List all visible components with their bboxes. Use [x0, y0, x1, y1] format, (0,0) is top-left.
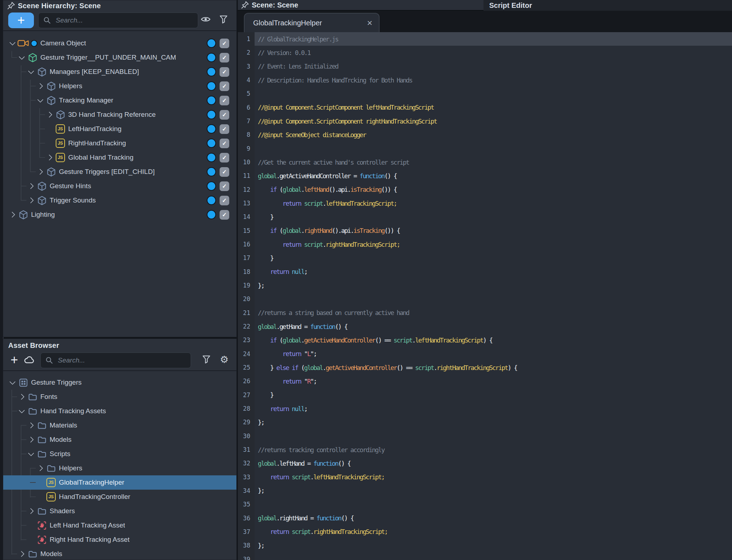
visible-toggle-dot[interactable] [207, 67, 216, 76]
scene-object-row[interactable]: 3D Hand Tracking Reference✓ [3, 108, 236, 122]
chevron-down-icon[interactable] [17, 407, 26, 415]
scene-hierarchy-toolbar: + [3, 11, 236, 30]
scene-object-row[interactable]: JSLeftHandTracking✓ [3, 122, 236, 136]
scene-object-row[interactable]: Gesture Trigger__PUT_UNDER_MAIN_CAM✓ [3, 50, 236, 65]
enabled-checkbox[interactable]: ✓ [220, 96, 229, 105]
filter-icon[interactable] [200, 353, 212, 365]
scene-object-row[interactable]: Gesture Triggers [EDIT_CHILD]✓ [3, 165, 236, 179]
asset-item-row[interactable]: Shaders [3, 504, 236, 518]
eye-icon[interactable] [200, 13, 212, 25]
asset-item-row[interactable]: Left Hand Tracking Asset [3, 518, 236, 532]
scene-object-row[interactable]: Managers [KEEP_ENABLED]✓ [3, 65, 236, 79]
asset-item-label: Materials [50, 421, 77, 429]
asset-item-row[interactable]: Gesture Triggers [3, 375, 236, 390]
scene-panel-header[interactable]: Scene: Scene [238, 0, 483, 11]
visible-toggle-dot[interactable] [207, 96, 216, 105]
cloud-icon[interactable] [23, 354, 35, 366]
asset-item-row[interactable]: Right Hand Tracking Asset [3, 532, 236, 547]
visible-toggle-dot[interactable] [207, 196, 216, 205]
scene-object-row[interactable]: JSRightHandTracking✓ [3, 136, 236, 150]
scene-object-row[interactable]: Gesture Hints✓ [3, 179, 236, 193]
chevron-right-icon[interactable] [27, 421, 35, 430]
code-line: 37 return script.rightHandTrackingScript… [238, 525, 732, 539]
tree-guide-stub [39, 157, 45, 158]
chevron-down-icon[interactable] [17, 53, 26, 62]
scene-object-row[interactable]: Camera Object✓ [3, 36, 236, 50]
folder-icon [36, 449, 47, 459]
visible-toggle-dot[interactable] [207, 210, 216, 219]
asset-item-row[interactable]: Models [3, 547, 236, 560]
visible-toggle-dot[interactable] [207, 181, 216, 191]
chevron-right-icon[interactable] [36, 464, 45, 472]
asset-item-label: Gesture Triggers [31, 379, 82, 386]
enabled-checkbox[interactable]: ✓ [220, 124, 229, 134]
pin-icon[interactable] [241, 1, 249, 9]
scene-object-row[interactable]: JSGlobal Hand Tracking✓ [3, 150, 236, 165]
scene-object-row[interactable]: Lighting✓ [3, 208, 236, 222]
chevron-down-icon[interactable] [8, 378, 17, 387]
add-object-button[interactable]: + [8, 12, 34, 28]
code-text [255, 552, 732, 560]
enabled-checkbox[interactable]: ✓ [220, 167, 229, 177]
chevron-right-icon[interactable] [27, 435, 35, 444]
asset-item-row[interactable]: Models [3, 432, 236, 447]
chevron-right-icon[interactable] [36, 82, 45, 90]
chevron-down-icon[interactable] [8, 39, 17, 48]
chevron-right-icon[interactable] [17, 550, 26, 558]
chevron-right-icon[interactable] [27, 507, 35, 515]
asset-search-input[interactable] [57, 356, 186, 365]
chevron-right-icon[interactable] [27, 196, 35, 205]
scene-object-row[interactable]: Helpers✓ [3, 79, 236, 93]
enabled-checkbox[interactable]: ✓ [220, 153, 229, 162]
code-editor[interactable]: 1// GlobalTrackingHelper.js2// Version: … [238, 32, 732, 560]
enabled-checkbox[interactable]: ✓ [220, 39, 229, 48]
chevron-right-icon[interactable] [36, 168, 45, 176]
tab-globaltrackinghelper[interactable]: GlobalTrackingHelper × [244, 13, 380, 32]
asset-item-row[interactable]: Scripts [3, 447, 236, 461]
enabled-checkbox[interactable]: ✓ [220, 196, 229, 205]
scene-object-row[interactable]: Trigger Sounds✓ [3, 193, 236, 208]
asset-item-row[interactable]: JSGlobalTrackingHelper [3, 475, 236, 490]
asset-item-row[interactable]: Helpers [3, 461, 236, 475]
chevron-down-icon[interactable] [36, 96, 45, 105]
asset-item-row[interactable]: Materials [3, 418, 236, 432]
enabled-checkbox[interactable]: ✓ [220, 110, 229, 120]
chevron-right-icon[interactable] [27, 182, 35, 190]
chevron-right-icon[interactable] [45, 110, 54, 119]
visible-toggle-dot[interactable] [207, 81, 216, 91]
visible-toggle-dot[interactable] [207, 124, 216, 134]
enabled-checkbox[interactable]: ✓ [220, 53, 229, 62]
pin-icon[interactable] [7, 1, 15, 10]
visible-toggle-dot[interactable] [207, 167, 216, 176]
visible-toggle-dot[interactable] [207, 139, 216, 148]
hierarchy-search-input[interactable] [55, 16, 194, 25]
visible-toggle-dot[interactable] [207, 110, 216, 119]
visible-toggle-dot[interactable] [207, 153, 216, 162]
chevron-right-icon[interactable] [45, 153, 54, 162]
enabled-checkbox[interactable]: ✓ [220, 67, 229, 77]
tab-close-icon[interactable]: × [367, 18, 379, 28]
asset-item-row[interactable]: Hand Tracking Assets [3, 404, 236, 418]
enabled-checkbox[interactable]: ✓ [220, 181, 229, 191]
enabled-checkbox[interactable]: ✓ [220, 81, 229, 91]
line-number: 18 [238, 268, 255, 275]
code-text: //@input SceneObject distanceLogger [255, 128, 732, 141]
line-number: 11 [238, 172, 255, 179]
gear-icon[interactable]: ⚙ [218, 353, 230, 365]
chevron-down-icon[interactable] [27, 68, 35, 76]
visible-toggle-dot[interactable] [207, 53, 216, 62]
asset-item-label: Shaders [50, 507, 75, 515]
asset-item-row[interactable]: JSHandTrackingController [3, 490, 236, 504]
chevron-right-icon[interactable] [17, 392, 26, 401]
enabled-checkbox[interactable]: ✓ [220, 210, 229, 220]
visible-toggle-dot[interactable] [207, 39, 216, 48]
enabled-checkbox[interactable]: ✓ [220, 139, 229, 148]
filter-icon[interactable] [217, 13, 230, 25]
chevron-right-icon[interactable] [8, 210, 17, 219]
chevron-down-icon[interactable] [27, 450, 35, 458]
code-text: if (global.rightHand().api.isTracking())… [255, 224, 732, 238]
line-number: 7 [238, 118, 255, 125]
asset-item-row[interactable]: Fonts [3, 390, 236, 404]
scene-object-row[interactable]: Tracking Manager✓ [3, 93, 236, 108]
add-asset-button[interactable]: + [8, 354, 20, 366]
